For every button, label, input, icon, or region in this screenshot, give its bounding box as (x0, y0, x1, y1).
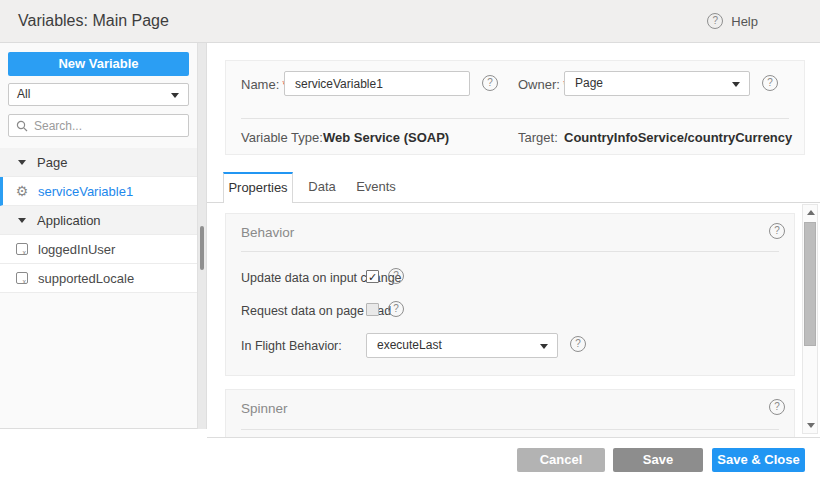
variable-details-card: Name:* ? Owner:* Page ? Variable Type: W… (225, 60, 805, 155)
tree-group-page[interactable]: Page (0, 148, 197, 177)
owner-select-value: Page (575, 76, 603, 90)
in-flight-behavior-value: executeLast (377, 338, 442, 352)
owner-label: Owner:* (518, 77, 568, 92)
variable-type-label: Variable Type: (241, 130, 323, 145)
name-input[interactable] (284, 71, 470, 96)
in-flight-behavior-select[interactable]: executeLast (366, 333, 558, 358)
tab-events[interactable]: Events (349, 173, 403, 203)
behavior-section: Behavior ? Update data on input change ✓… (225, 213, 795, 376)
help-button[interactable]: ? Help (707, 0, 758, 42)
divider (241, 429, 779, 430)
spinner-help-icon[interactable]: ? (769, 399, 785, 415)
tree-group-label: Page (37, 155, 67, 170)
chevron-down-icon (732, 82, 740, 87)
divider (241, 118, 789, 119)
caret-down-icon (18, 218, 26, 223)
in-flight-behavior-help-icon[interactable]: ? (570, 336, 586, 352)
caret-down-icon (18, 160, 26, 165)
tree-item-loggedinuser[interactable]: x loggedInUser (0, 235, 197, 264)
properties-scrollbar[interactable] (802, 204, 818, 434)
spinner-section-title: Spinner (241, 401, 288, 416)
scrollbar-thumb[interactable] (804, 222, 816, 346)
properties-tab-panel: Behavior ? Update data on input change ✓… (207, 203, 820, 438)
scroll-down-icon[interactable] (807, 423, 815, 428)
behavior-section-title: Behavior (241, 225, 294, 240)
sidebar-splitter[interactable] (197, 43, 207, 429)
help-icon: ? (707, 13, 723, 29)
tree-item-label: loggedInUser (38, 242, 115, 257)
help-label: Help (731, 14, 758, 29)
tree-item-label: supportedLocale (38, 271, 134, 286)
tab-properties[interactable]: Properties (223, 172, 293, 203)
tree-item-label: serviceVariable1 (38, 184, 133, 199)
sidebar-scrollbar-thumb[interactable] (200, 226, 204, 270)
tree-item-servicevariable1[interactable]: ⚙ serviceVariable1 (0, 177, 197, 206)
tree-item-supportedlocale[interactable]: x supportedLocale (0, 264, 197, 293)
search-input[interactable] (34, 119, 174, 133)
spinner-section: Spinner ? (225, 389, 795, 438)
chevron-down-icon (540, 344, 548, 349)
save-button[interactable]: Save (613, 448, 703, 472)
request-on-page-load-help-icon[interactable]: ? (388, 301, 404, 317)
variable-icon: x (16, 272, 28, 284)
request-on-page-load-checkbox[interactable] (366, 303, 379, 316)
page-title: Variables: Main Page (18, 0, 169, 42)
dialog-header: Variables: Main Page ? Help (0, 0, 820, 43)
variable-filter-select[interactable]: All (8, 83, 189, 106)
target-value: CountryInfoService/countryCurrency (564, 130, 792, 145)
divider (241, 251, 779, 252)
tab-bar: Properties Data Events (207, 172, 820, 203)
search-icon (16, 120, 28, 132)
in-flight-behavior-label: In Flight Behavior: (241, 339, 342, 353)
name-help-icon[interactable]: ? (482, 75, 498, 91)
behavior-help-icon[interactable]: ? (769, 223, 785, 239)
update-on-input-change-checkbox[interactable]: ✓ (366, 270, 379, 283)
variables-dialog: Variables: Main Page ? Help New Variable… (0, 0, 820, 487)
target-label: Target: (518, 130, 558, 145)
name-label: Name:* (241, 77, 287, 92)
gear-icon: ⚙ (14, 183, 30, 199)
tab-data[interactable]: Data (299, 173, 345, 203)
cancel-button[interactable]: Cancel (517, 448, 605, 472)
variable-tree: Page ⚙ serviceVariable1 Application x lo… (0, 148, 197, 293)
variable-search (8, 114, 189, 137)
chevron-down-icon (171, 93, 179, 98)
variable-icon: x (16, 243, 28, 255)
scroll-up-icon[interactable] (807, 210, 815, 215)
save-and-close-button[interactable]: Save & Close (712, 448, 805, 472)
owner-help-icon[interactable]: ? (762, 75, 778, 91)
owner-select[interactable]: Page (564, 71, 750, 96)
variable-filter-value: All (17, 87, 30, 101)
tree-group-application[interactable]: Application (0, 206, 197, 235)
variables-sidebar: New Variable All Page ⚙ serviceVariable1 (0, 43, 197, 429)
check-icon: ✓ (368, 271, 377, 283)
variable-type-value: Web Service (SOAP) (323, 130, 449, 145)
dialog-footer: Cancel Save Save & Close (0, 438, 820, 487)
tree-group-label: Application (37, 213, 101, 228)
new-variable-button[interactable]: New Variable (8, 52, 189, 76)
update-on-input-change-help-icon[interactable]: ? (388, 268, 404, 284)
